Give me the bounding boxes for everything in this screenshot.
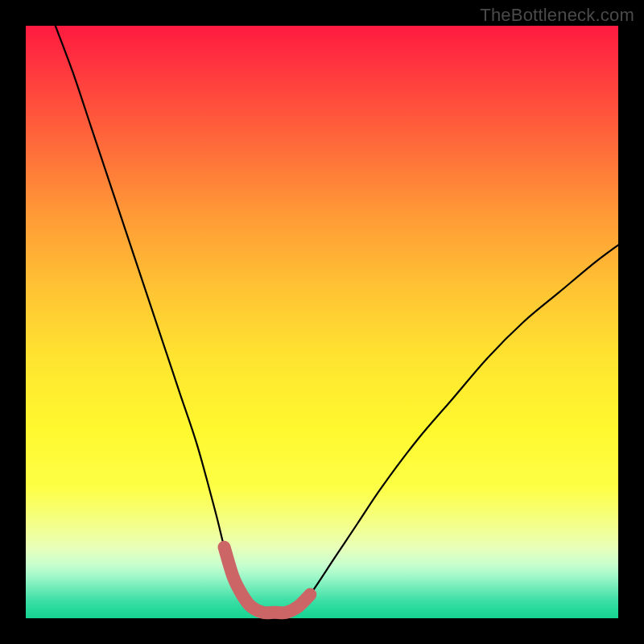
bottleneck-curve-path xyxy=(56,26,618,613)
chart-frame: TheBottleneck.com xyxy=(0,0,644,644)
curve-svg xyxy=(26,26,618,618)
watermark-text: TheBottleneck.com xyxy=(480,5,634,26)
plot-area xyxy=(26,26,618,618)
highlight-segment-path xyxy=(225,547,311,613)
